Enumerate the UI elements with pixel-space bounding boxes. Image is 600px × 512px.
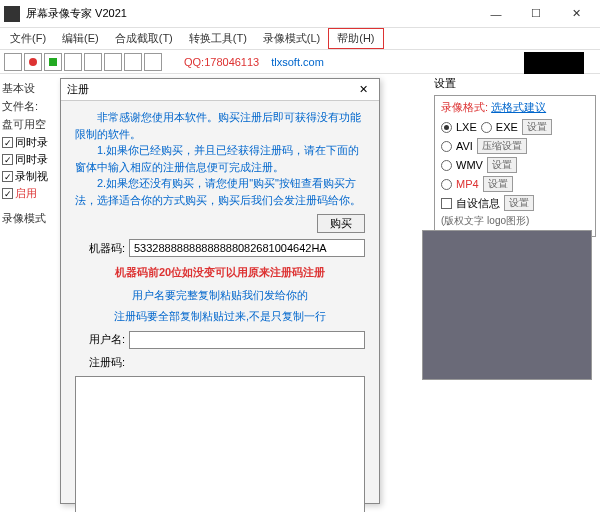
code-input[interactable] [75, 376, 365, 512]
menu-capture[interactable]: 合成截取(T) [107, 29, 181, 48]
preview-thumb [524, 52, 584, 74]
register-dialog: 注册 ✕ 非常感谢您使用本软件。购买注册后即可获得没有功能限制的软件。 1.如果… [60, 78, 380, 504]
user-label: 用户名: [75, 332, 125, 347]
format-label: 录像格式: [441, 101, 488, 113]
basic-settings-label: 基本设 [2, 81, 58, 96]
cb1-label: 同时录 [15, 135, 48, 150]
tool-btn-7[interactable] [144, 53, 162, 71]
copyright-text: (版权文字 logo图形) [441, 214, 589, 228]
tool-btn-2[interactable] [44, 53, 62, 71]
window-title: 屏幕录像专家 V2021 [26, 6, 127, 21]
checkbox-selfinfo[interactable] [441, 198, 452, 209]
qq-text: QQ:178046113 [184, 56, 259, 68]
btn-set-2[interactable]: 设置 [487, 157, 517, 173]
checkbox-enable[interactable]: ✓ [2, 188, 13, 199]
user-input[interactable] [129, 331, 365, 349]
tool-btn-6[interactable] [124, 53, 142, 71]
format-link[interactable]: 选格式建议 [491, 101, 546, 113]
dialog-intro: 非常感谢您使用本软件。购买注册后即可获得没有功能限制的软件。 1.如果你已经购买… [75, 109, 365, 208]
cb2-label: 同时录 [15, 152, 48, 167]
btn-set-3[interactable]: 设置 [483, 176, 513, 192]
minimize-button[interactable]: — [476, 0, 516, 28]
code-label: 注册码: [75, 355, 125, 370]
dialog-title: 注册 [67, 82, 353, 97]
record-icon[interactable] [24, 53, 42, 71]
dialog-close-button[interactable]: ✕ [353, 83, 373, 96]
radio-lxe[interactable] [441, 122, 452, 133]
app-icon [4, 6, 20, 22]
machine-input[interactable] [129, 239, 365, 257]
tool-btn-1[interactable] [4, 53, 22, 71]
checkbox-1[interactable]: ✓ [2, 137, 13, 148]
btn-compress[interactable]: 压缩设置 [477, 138, 527, 154]
tool-btn-5[interactable] [104, 53, 122, 71]
menu-file[interactable]: 文件(F) [2, 29, 54, 48]
menu-help[interactable]: 帮助(H) [328, 28, 383, 49]
menu-convert[interactable]: 转换工具(T) [181, 29, 255, 48]
radio-exe[interactable] [481, 122, 492, 133]
checkbox-3[interactable]: ✓ [2, 171, 13, 182]
preview-area [422, 230, 592, 380]
dialog-warn: 机器码前20位如没变可以用原来注册码注册 [75, 265, 365, 280]
menu-edit[interactable]: 编辑(E) [54, 29, 107, 48]
radio-avi[interactable] [441, 141, 452, 152]
checkbox-2[interactable]: ✓ [2, 154, 13, 165]
maximize-button[interactable]: ☐ [516, 0, 556, 28]
btn-set-4[interactable]: 设置 [504, 195, 534, 211]
radio-mp4[interactable] [441, 179, 452, 190]
btn-set-1[interactable]: 设置 [522, 119, 552, 135]
filename-label: 文件名: [2, 99, 58, 114]
menu-recmode[interactable]: 录像模式(L) [255, 29, 328, 48]
site-link[interactable]: tlxsoft.com [271, 56, 324, 68]
dialog-note2: 注册码要全部复制粘贴过来,不是只复制一行 [75, 309, 365, 324]
format-fieldset: 录像格式: 选格式建议 LXE EXE 设置 AVI 压缩设置 WMV 设置 M… [434, 95, 596, 237]
machine-label: 机器码: [75, 241, 125, 256]
tool-btn-4[interactable] [84, 53, 102, 71]
enable-label: 启用 [15, 186, 37, 201]
dialog-note1: 用户名要完整复制粘贴我们发给你的 [75, 288, 365, 303]
settings-label: 设置 [434, 76, 596, 91]
radio-wmv[interactable] [441, 160, 452, 171]
buy-button[interactable]: 购买 [317, 214, 365, 233]
tool-btn-3[interactable] [64, 53, 82, 71]
close-button[interactable]: ✕ [556, 0, 596, 28]
tempspace-label: 盘可用空 [2, 117, 58, 132]
recmode-label: 录像模式 [2, 211, 58, 226]
cb3-label: 录制视 [15, 169, 48, 184]
